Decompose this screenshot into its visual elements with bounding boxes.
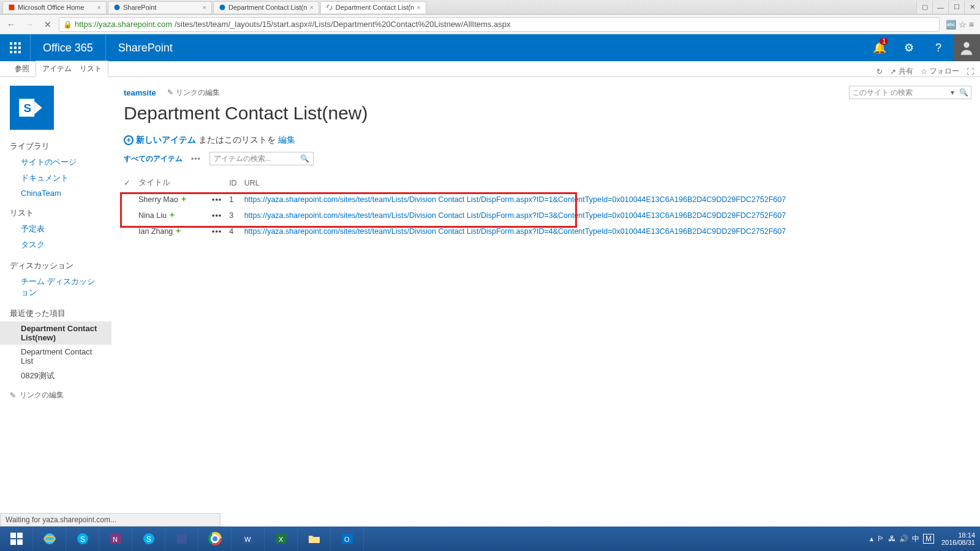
ribbon-tab-list[interactable]: リスト [80, 64, 102, 73]
ribbon-tab-browse[interactable]: 参照 [9, 61, 36, 77]
stop-button[interactable]: ✕ [40, 17, 55, 32]
search-icon[interactable]: 🔍 [300, 154, 309, 163]
nav-link-chinateam[interactable]: ChinaTeam [0, 186, 111, 200]
nav-link-calendar[interactable]: 予定表 [0, 221, 111, 237]
tray-up-icon[interactable]: ▴ [870, 534, 873, 543]
tray-flag-icon[interactable]: 🏳 [877, 534, 884, 543]
window-minimize-icon[interactable]: — [932, 1, 948, 13]
browser-tab[interactable]: Department Contact List(n × [213, 1, 319, 13]
close-icon[interactable]: × [417, 4, 420, 11]
nav-link-site-pages[interactable]: サイトのページ [0, 154, 111, 170]
col-url[interactable]: URL [244, 174, 794, 192]
chrome-icon [208, 532, 222, 545]
start-button[interactable] [0, 527, 33, 551]
taskbar-outlook[interactable]: O [331, 527, 364, 551]
row-title[interactable]: Ian Zhang [138, 227, 173, 236]
close-icon[interactable]: × [203, 4, 206, 11]
svg-point-2 [220, 5, 225, 10]
row-menu-button[interactable]: ••• [212, 208, 229, 223]
browser-tab[interactable]: SharePoint × [108, 1, 212, 13]
taskbar-lync[interactable]: S [66, 527, 99, 551]
site-logo[interactable]: S [10, 86, 54, 130]
row-url-link[interactable]: https://yaza.sharepoint.com/sites/test/t… [244, 195, 786, 204]
new-item-button[interactable]: + 新しいアイテム [124, 135, 196, 146]
hamburger-icon[interactable]: ≡ [969, 20, 974, 29]
nav-heading-library: ライブラリ [0, 138, 111, 154]
row-url-link[interactable]: https://yaza.sharepoint.com/sites/test/t… [244, 211, 786, 220]
row-title[interactable]: Nina Liu [138, 211, 167, 220]
main-content: teamsite ✎ リンクの編集 このサイト の検索 ▾ 🔍 Departme… [111, 77, 980, 407]
window-maximize-icon[interactable]: ☐ [948, 1, 964, 13]
site-search-input[interactable]: このサイト の検索 ▾ 🔍 [849, 86, 971, 99]
taskbar-onenote[interactable]: N [99, 527, 132, 551]
row-title[interactable]: Sherry Mao [138, 195, 178, 204]
edit-links-button[interactable]: ✎ リンクの編集 [0, 384, 111, 407]
taskbar-excel[interactable]: X [265, 527, 298, 551]
suite-app-name[interactable]: SharePoint [106, 42, 185, 54]
window-close-icon[interactable]: ✕ [964, 1, 980, 13]
back-button[interactable]: ← [4, 17, 18, 32]
taskbar-ie[interactable] [33, 527, 66, 551]
sync-button[interactable]: ↻共有 [876, 67, 883, 76]
taskbar-explorer[interactable] [298, 527, 331, 551]
tray-m-box[interactable]: M [923, 534, 934, 544]
notifications-button[interactable]: 🔔 1 [865, 34, 894, 61]
nav-link-team-discussion[interactable]: チーム ディスカッション [0, 274, 111, 301]
row-menu-button[interactable]: ••• [212, 223, 229, 239]
close-icon[interactable]: × [309, 4, 313, 11]
translate-icon[interactable]: 🔤 [946, 20, 956, 29]
col-title[interactable]: タイトル [138, 174, 212, 192]
browser-tab-active[interactable]: Department Contact List(n × [320, 1, 426, 13]
forward-button[interactable]: → [22, 17, 37, 32]
ribbon-tab-items[interactable]: アイテム [42, 64, 72, 73]
browser-tab[interactable]: Microsoft Office Home × [2, 1, 107, 13]
item-search-input[interactable]: アイテムの検索... 🔍 [209, 152, 314, 165]
follow-button[interactable]: ☆フォロー [921, 66, 959, 77]
view-all-items[interactable]: すべてのアイテム [124, 154, 183, 164]
settings-button[interactable]: ⚙ [894, 34, 924, 61]
tray-volume-icon[interactable]: 🔊 [899, 534, 908, 543]
page-title: Department Contact List(new) [124, 103, 971, 124]
tray-network-icon[interactable]: 🖧 [888, 534, 895, 543]
breadcrumb-edit-links[interactable]: ✎ リンクの編集 [167, 88, 220, 98]
taskbar-word[interactable]: W [232, 527, 265, 551]
taskbar-chrome[interactable] [198, 527, 232, 551]
taskbar-app[interactable] [165, 527, 198, 551]
close-icon[interactable]: × [97, 4, 101, 11]
row-url-link[interactable]: https://yaza.sharepoint.com/sites/test/t… [244, 227, 786, 236]
table-row[interactable]: Nina Liu ••• 3 https://yaza.sharepoint.c… [124, 208, 793, 223]
chevron-down-icon[interactable]: ▾ [948, 88, 957, 97]
row-id: 4 [229, 223, 244, 239]
col-id[interactable]: ID [229, 174, 244, 192]
breadcrumb-site[interactable]: teamsite [124, 88, 156, 97]
share-button[interactable]: ↗共有 [890, 66, 913, 77]
svg-point-24 [213, 536, 217, 541]
nav-link-0829[interactable]: 0829测试 [0, 368, 111, 384]
user-avatar[interactable] [953, 34, 980, 61]
table-row[interactable]: Ian Zhang ••• 4 https://yaza.sharepoint.… [124, 223, 793, 239]
star-icon: ☆ [921, 67, 927, 76]
app-launcher-button[interactable] [0, 34, 31, 61]
nav-link-dcl[interactable]: Department Contact List [0, 345, 111, 368]
edit-list-link[interactable]: 編集 [278, 135, 295, 146]
taskbar-skype[interactable]: S [132, 527, 165, 551]
url-input[interactable]: 🔒 https://yaza.sharepoint.com/sites/test… [59, 17, 940, 32]
suite-brand[interactable]: Office 365 [31, 34, 106, 61]
help-button[interactable]: ? [924, 34, 953, 61]
table-row[interactable]: Sherry Mao ••• 1 https://yaza.sharepoint… [124, 192, 793, 208]
view-menu-button[interactable]: ••• [191, 154, 201, 163]
nav-link-tasks[interactable]: タスク [0, 237, 111, 253]
ie-icon [42, 531, 57, 546]
tray-ime[interactable]: 中 [912, 534, 919, 544]
star-icon[interactable]: ☆ [959, 20, 967, 29]
svg-text:O: O [344, 536, 350, 543]
nav-link-documents[interactable]: ドキュメント [0, 170, 111, 186]
breadcrumb-edit-label: リンクの編集 [176, 88, 220, 98]
focus-button[interactable]: ⛶ [967, 67, 974, 76]
col-check[interactable]: ✓ [124, 174, 138, 192]
nav-link-dcl-new[interactable]: Department Contact List(new) [0, 321, 111, 345]
tray-clock[interactable]: 18:14 2016/08/31 [938, 531, 975, 546]
row-menu-button[interactable]: ••• [212, 192, 229, 208]
window-min2-icon[interactable]: ▢ [916, 1, 932, 13]
search-icon[interactable]: 🔍 [957, 88, 968, 97]
